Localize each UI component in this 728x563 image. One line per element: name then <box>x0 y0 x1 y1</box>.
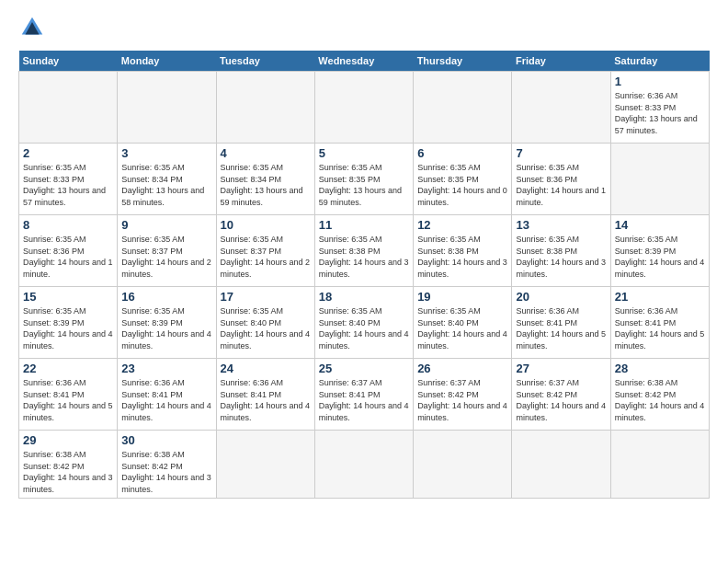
day-info: Sunrise: 6:37 AMSunset: 8:42 PMDaylight:… <box>417 377 507 423</box>
day-info: Sunrise: 6:35 AMSunset: 8:34 PMDaylight:… <box>221 162 311 208</box>
weekday-header-wednesday: Wednesday <box>314 51 413 72</box>
day-number: 13 <box>516 218 606 232</box>
page-container: SundayMondayTuesdayWednesdayThursdayFrid… <box>0 0 728 508</box>
calendar-cell: 29 Sunrise: 6:38 AMSunset: 8:42 PMDaylig… <box>19 431 118 499</box>
day-number: 3 <box>121 146 211 160</box>
day-number: 30 <box>121 433 211 447</box>
weekday-header-sunday: Sunday <box>19 51 118 72</box>
header <box>18 14 710 41</box>
logo <box>18 14 50 41</box>
day-info: Sunrise: 6:38 AMSunset: 8:42 PMDaylight:… <box>23 449 113 495</box>
day-info: Sunrise: 6:35 AMSunset: 8:40 PMDaylight:… <box>221 305 311 351</box>
calendar-cell: 23 Sunrise: 6:36 AMSunset: 8:41 PMDaylig… <box>118 359 216 431</box>
calendar-cell: 13 Sunrise: 6:35 AMSunset: 8:38 PMDaylig… <box>512 215 610 287</box>
day-number: 7 <box>516 146 606 160</box>
day-info: Sunrise: 6:36 AMSunset: 8:41 PMDaylight:… <box>615 305 705 351</box>
calendar-cell: 3 Sunrise: 6:35 AMSunset: 8:34 PMDayligh… <box>118 144 216 215</box>
day-info: Sunrise: 6:35 AMSunset: 8:37 PMDaylight:… <box>121 234 211 280</box>
calendar-cell: 2 Sunrise: 6:35 AMSunset: 8:33 PMDayligh… <box>19 144 118 215</box>
day-info: Sunrise: 6:36 AMSunset: 8:41 PMDaylight:… <box>221 377 311 423</box>
calendar-cell <box>512 431 610 499</box>
day-info: Sunrise: 6:35 AMSunset: 8:33 PMDaylight:… <box>23 162 113 208</box>
day-number: 27 <box>516 362 606 375</box>
day-number: 25 <box>319 362 409 375</box>
day-info: Sunrise: 6:35 AMSunset: 8:40 PMDaylight:… <box>417 305 507 351</box>
calendar-cell <box>512 72 610 144</box>
calendar-cell <box>414 72 512 144</box>
day-number: 9 <box>121 218 211 232</box>
day-info: Sunrise: 6:35 AMSunset: 8:36 PMDaylight:… <box>23 234 113 280</box>
day-info: Sunrise: 6:35 AMSunset: 8:36 PMDaylight:… <box>516 162 606 208</box>
day-info: Sunrise: 6:35 AMSunset: 8:35 PMDaylight:… <box>417 162 507 208</box>
weekday-header-friday: Friday <box>512 51 610 72</box>
calendar-cell <box>216 431 314 499</box>
day-number: 26 <box>417 362 507 375</box>
calendar-cell <box>314 431 413 499</box>
logo-icon <box>18 14 46 41</box>
calendar-cell <box>610 144 709 215</box>
calendar-cell: 6 Sunrise: 6:35 AMSunset: 8:35 PMDayligh… <box>414 144 512 215</box>
day-number: 15 <box>23 290 113 304</box>
calendar-cell: 25 Sunrise: 6:37 AMSunset: 8:41 PMDaylig… <box>314 359 413 431</box>
calendar-cell: 1 Sunrise: 6:36 AMSunset: 8:33 PMDayligh… <box>610 72 709 144</box>
calendar-cell <box>610 431 709 499</box>
day-number: 24 <box>221 362 311 375</box>
calendar-cell: 15 Sunrise: 6:35 AMSunset: 8:39 PMDaylig… <box>19 287 118 359</box>
day-number: 5 <box>319 146 409 160</box>
calendar-cell: 14 Sunrise: 6:35 AMSunset: 8:39 PMDaylig… <box>610 215 709 287</box>
calendar-cell: 9 Sunrise: 6:35 AMSunset: 8:37 PMDayligh… <box>118 215 216 287</box>
day-number: 29 <box>23 433 113 447</box>
day-info: Sunrise: 6:35 AMSunset: 8:40 PMDaylight:… <box>319 305 409 351</box>
day-number: 1 <box>615 75 705 88</box>
day-number: 11 <box>319 218 409 232</box>
day-number: 28 <box>615 362 705 375</box>
calendar-cell: 8 Sunrise: 6:35 AMSunset: 8:36 PMDayligh… <box>19 215 118 287</box>
calendar-table: SundayMondayTuesdayWednesdayThursdayFrid… <box>18 51 710 499</box>
day-info: Sunrise: 6:35 AMSunset: 8:37 PMDaylight:… <box>221 234 311 280</box>
calendar-cell: 16 Sunrise: 6:35 AMSunset: 8:39 PMDaylig… <box>118 287 216 359</box>
day-info: Sunrise: 6:35 AMSunset: 8:39 PMDaylight:… <box>615 234 705 280</box>
day-info: Sunrise: 6:36 AMSunset: 8:41 PMDaylight:… <box>23 377 113 423</box>
day-number: 20 <box>516 290 606 304</box>
calendar-cell: 22 Sunrise: 6:36 AMSunset: 8:41 PMDaylig… <box>19 359 118 431</box>
day-number: 2 <box>23 146 113 160</box>
calendar-cell <box>118 72 216 144</box>
weekday-header-tuesday: Tuesday <box>216 51 314 72</box>
calendar-cell: 18 Sunrise: 6:35 AMSunset: 8:40 PMDaylig… <box>314 287 413 359</box>
calendar-cell: 12 Sunrise: 6:35 AMSunset: 8:38 PMDaylig… <box>414 215 512 287</box>
calendar-cell: 24 Sunrise: 6:36 AMSunset: 8:41 PMDaylig… <box>216 359 314 431</box>
calendar-cell <box>314 72 413 144</box>
calendar-cell <box>414 431 512 499</box>
day-info: Sunrise: 6:35 AMSunset: 8:35 PMDaylight:… <box>319 162 409 208</box>
weekday-header-monday: Monday <box>118 51 216 72</box>
day-info: Sunrise: 6:38 AMSunset: 8:42 PMDaylight:… <box>121 449 211 495</box>
day-number: 12 <box>417 218 507 232</box>
day-number: 8 <box>23 218 113 232</box>
day-info: Sunrise: 6:36 AMSunset: 8:33 PMDaylight:… <box>615 90 705 136</box>
calendar-cell: 19 Sunrise: 6:35 AMSunset: 8:40 PMDaylig… <box>414 287 512 359</box>
day-info: Sunrise: 6:38 AMSunset: 8:42 PMDaylight:… <box>615 377 705 423</box>
calendar-cell: 11 Sunrise: 6:35 AMSunset: 8:38 PMDaylig… <box>314 215 413 287</box>
day-number: 23 <box>121 362 211 375</box>
day-number: 14 <box>615 218 705 232</box>
calendar-cell <box>19 72 118 144</box>
day-number: 18 <box>319 290 409 304</box>
day-number: 4 <box>221 146 311 160</box>
calendar-cell: 5 Sunrise: 6:35 AMSunset: 8:35 PMDayligh… <box>314 144 413 215</box>
calendar-cell: 28 Sunrise: 6:38 AMSunset: 8:42 PMDaylig… <box>610 359 709 431</box>
weekday-header-saturday: Saturday <box>610 51 709 72</box>
day-info: Sunrise: 6:35 AMSunset: 8:38 PMDaylight:… <box>319 234 409 280</box>
day-info: Sunrise: 6:37 AMSunset: 8:42 PMDaylight:… <box>516 377 606 423</box>
day-info: Sunrise: 6:35 AMSunset: 8:39 PMDaylight:… <box>23 305 113 351</box>
calendar-cell: 27 Sunrise: 6:37 AMSunset: 8:42 PMDaylig… <box>512 359 610 431</box>
calendar-cell: 30 Sunrise: 6:38 AMSunset: 8:42 PMDaylig… <box>118 431 216 499</box>
day-info: Sunrise: 6:35 AMSunset: 8:38 PMDaylight:… <box>417 234 507 280</box>
day-number: 17 <box>221 290 311 304</box>
day-info: Sunrise: 6:35 AMSunset: 8:34 PMDaylight:… <box>121 162 211 208</box>
calendar-cell: 10 Sunrise: 6:35 AMSunset: 8:37 PMDaylig… <box>216 215 314 287</box>
day-info: Sunrise: 6:37 AMSunset: 8:41 PMDaylight:… <box>319 377 409 423</box>
day-info: Sunrise: 6:35 AMSunset: 8:39 PMDaylight:… <box>121 305 211 351</box>
day-info: Sunrise: 6:35 AMSunset: 8:38 PMDaylight:… <box>516 234 606 280</box>
day-number: 22 <box>23 362 113 375</box>
day-number: 16 <box>121 290 211 304</box>
